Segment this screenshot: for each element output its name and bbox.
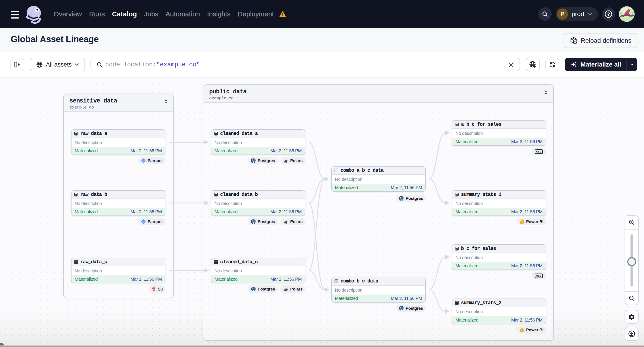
svg-text:?: ? (607, 11, 610, 16)
